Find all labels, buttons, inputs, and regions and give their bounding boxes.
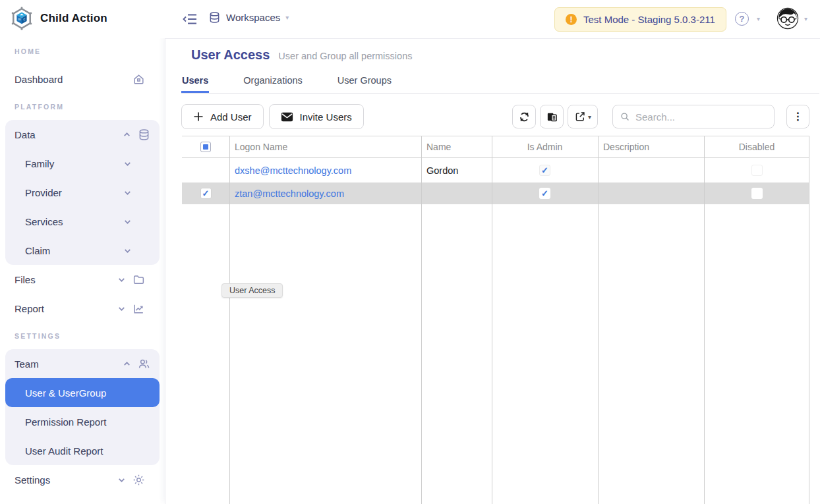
sidebar-item-report[interactable]: Report	[0, 294, 165, 323]
tab-users[interactable]: Users	[181, 72, 209, 93]
chevron-down-icon: ▾	[804, 15, 807, 22]
main-panel: User Access User and Group all permissio…	[165, 38, 820, 504]
select-all-checkbox[interactable]	[200, 142, 211, 152]
folder-icon	[132, 273, 145, 286]
toolbar: Add User Invite Users	[181, 104, 809, 129]
sidebar-item-claim[interactable]: Claim	[5, 236, 160, 265]
chevron-up-icon	[123, 360, 131, 368]
database-icon	[138, 128, 150, 141]
mail-icon	[281, 112, 293, 122]
sidebar-item-family[interactable]: Family	[5, 149, 160, 178]
chevron-down-icon	[117, 476, 126, 484]
chevron-down-icon	[123, 217, 132, 226]
sidebar: HOME Dashboard PLATFORM Data	[0, 38, 165, 504]
sidebar-item-label: Data	[15, 129, 36, 140]
workspaces-menu[interactable]: Workspaces ▾	[208, 11, 289, 24]
copy-columns-icon	[546, 111, 558, 123]
tooltip-user-access: User Access	[221, 283, 283, 298]
kebab-icon: ⋮	[793, 111, 804, 122]
users-icon	[138, 358, 150, 370]
logon-name-link[interactable]: dxshe@mcttechnology.com	[235, 165, 351, 176]
is-admin-checkbox: ✓	[539, 165, 550, 176]
sidebar-item-label: Files	[15, 274, 36, 285]
export-button[interactable]: ▾	[568, 105, 598, 128]
sidebar-item-user-audit-report[interactable]: User Audit Report	[5, 436, 160, 465]
user-menu[interactable]: ▾	[776, 7, 807, 30]
section-label-home: HOME	[0, 38, 165, 65]
sidebar-item-label: Team	[15, 358, 39, 370]
column-header-disabled[interactable]: Disabled	[704, 142, 809, 152]
app-window: m c Child Action Workspaces ▾ ! Test Mod…	[0, 0, 820, 504]
search-box[interactable]	[612, 105, 775, 128]
column-header-is-admin[interactable]: Is Admin	[492, 142, 598, 152]
column-divider	[598, 136, 599, 504]
sidebar-item-permission-report[interactable]: Permission Report	[5, 407, 160, 436]
sidebar-item-team[interactable]: Team	[5, 349, 160, 378]
sidebar-item-label: Report	[15, 303, 44, 314]
refresh-button[interactable]	[512, 105, 536, 128]
page-subtitle: User and Group all permissions	[278, 51, 412, 61]
sidebar-item-files[interactable]: Files	[0, 265, 165, 294]
name-cell: Gordon	[426, 165, 458, 176]
column-header-name[interactable]: Name	[421, 142, 492, 152]
chevron-down-icon	[117, 275, 126, 284]
sidebar-item-label: Permission Report	[25, 416, 106, 428]
invite-users-button[interactable]: Invite Users	[269, 104, 364, 129]
chart-line-icon	[132, 302, 145, 315]
page-header: User Access User and Group all permissio…	[191, 47, 412, 63]
brand-logo-icon: m c	[9, 6, 34, 31]
help-menu[interactable]: ? ▾	[735, 12, 760, 26]
column-divider	[421, 136, 422, 504]
chevron-down-icon	[123, 246, 132, 255]
tab-bar: Users Organizations User Groups	[181, 72, 819, 94]
sidebar-item-label: Family	[25, 158, 54, 169]
chevron-down-icon: ▾	[588, 113, 591, 121]
sidebar-item-settings[interactable]: Settings	[0, 465, 165, 494]
chevron-down-icon	[123, 159, 132, 168]
section-label-settings: SETTINGS	[0, 323, 165, 349]
add-user-button[interactable]: Add User	[181, 104, 264, 129]
sidebar-item-data[interactable]: Data	[5, 120, 160, 149]
workspaces-label: Workspaces	[226, 12, 280, 23]
indeterminate-mark	[203, 144, 208, 150]
sidebar-item-label: Settings	[15, 474, 50, 486]
column-divider	[704, 136, 705, 504]
warning-icon: !	[566, 14, 577, 25]
search-input[interactable]	[635, 111, 767, 123]
column-divider	[809, 136, 809, 504]
more-options-button[interactable]: ⋮	[786, 105, 809, 128]
chevron-down-icon: ▾	[757, 15, 760, 22]
sidebar-item-user-usergroup[interactable]: User & UserGroup	[5, 378, 160, 407]
page-title: User Access	[191, 47, 270, 63]
table-row[interactable]: dxshe@mcttechnology.com Gordon ✓	[182, 158, 809, 182]
test-mode-badge: ! Test Mode - Staging 5.0.3-211	[554, 7, 726, 32]
toolbar-right: ▾ ⋮	[512, 105, 809, 128]
help-icon: ?	[735, 12, 749, 26]
tab-organizations[interactable]: Organizations	[243, 72, 303, 93]
table-row-selected[interactable]: ✓ ztan@mcttechnology.com ✓	[182, 182, 809, 204]
row-checkbox[interactable]: ✓	[200, 188, 212, 199]
home-icon	[132, 73, 145, 86]
tab-user-groups[interactable]: User Groups	[337, 72, 392, 93]
chevron-up-icon	[123, 130, 131, 139]
column-chooser-button[interactable]	[540, 105, 564, 128]
top-bar: m c Child Action Workspaces ▾ ! Test Mod…	[0, 0, 820, 38]
column-header-logon-name[interactable]: Logon Name	[229, 142, 421, 152]
users-table: Logon Name Name Is Admin Description Dis…	[182, 136, 809, 504]
avatar	[776, 7, 799, 30]
table-header-row: Logon Name Name Is Admin Description Dis…	[182, 136, 809, 158]
chevron-down-icon	[117, 304, 126, 313]
collapse-sidebar-icon[interactable]	[182, 12, 198, 26]
chevron-down-icon	[123, 188, 132, 197]
sidebar-item-label: Dashboard	[15, 74, 63, 85]
sidebar-item-services[interactable]: Services	[5, 207, 160, 236]
sidebar-item-label: Provider	[25, 187, 62, 198]
add-user-label: Add User	[210, 111, 252, 123]
column-divider	[492, 136, 492, 504]
sidebar-item-provider[interactable]: Provider	[5, 178, 160, 207]
svg-text:c: c	[23, 17, 25, 21]
sidebar-item-dashboard[interactable]: Dashboard	[0, 65, 165, 94]
logon-name-link[interactable]: ztan@mcttechnology.com	[235, 188, 344, 199]
sidebar-item-label: Services	[25, 216, 63, 227]
column-header-description[interactable]: Description	[598, 142, 704, 152]
